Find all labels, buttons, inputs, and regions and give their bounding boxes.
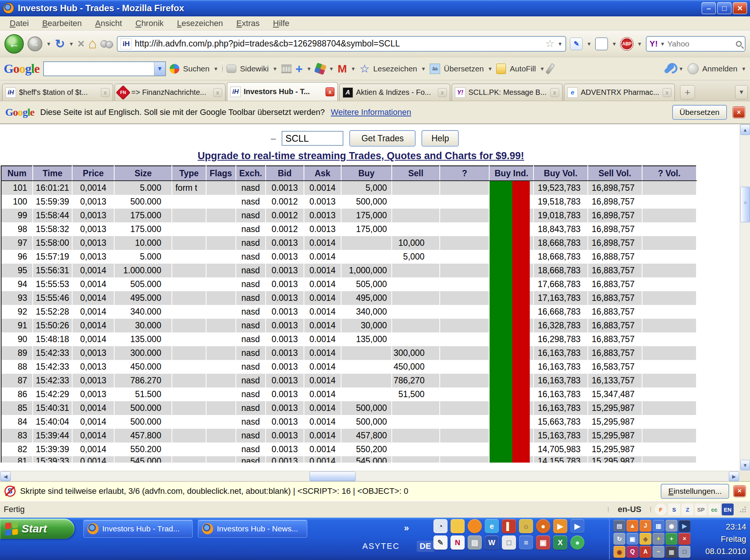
scroll-left-icon[interactable]: ◀: [0, 472, 11, 481]
get-trades-button[interactable]: Get Trades: [349, 130, 416, 147]
help-button[interactable]: Help: [422, 130, 459, 147]
toolbar-chevron-icon[interactable]: »: [404, 523, 409, 533]
tab[interactable]: eADVENTRX Pharmac...x: [564, 84, 675, 101]
pattern-icon[interactable]: ▦: [666, 546, 677, 558]
url-bar[interactable]: iH http://ih.advfn.com/p.php?pid=trades&…: [117, 36, 566, 52]
noscript-close-icon[interactable]: ×: [734, 486, 746, 497]
add-button-icon[interactable]: +: [295, 62, 303, 75]
suchen-button[interactable]: Suchen: [183, 64, 209, 73]
abp-dropdown-icon[interactable]: ▼: [637, 41, 642, 47]
notes-icon[interactable]: ✎: [433, 535, 448, 550]
scroll-right-icon[interactable]: ▶: [729, 472, 739, 481]
sidewiki-button[interactable]: Sidewiki: [240, 64, 269, 73]
upgrade-link[interactable]: Upgrade to real-time streaming Trades, Q…: [0, 150, 722, 162]
suchen-dropdown-icon[interactable]: ▼: [213, 66, 218, 72]
folder-icon[interactable]: [451, 519, 465, 533]
lesezeichen-button[interactable]: Lesezeichen: [373, 64, 417, 73]
locale-indicator[interactable]: en-US: [612, 505, 647, 514]
tv-icon[interactable]: □: [679, 546, 690, 558]
url-text[interactable]: http://ih.advfn.com/p.php?pid=trades&cb=…: [135, 39, 542, 49]
reload-button[interactable]: ↻: [55, 37, 65, 51]
menu-bearbeiten[interactable]: Bearbeiten: [36, 17, 87, 30]
quicktime-icon[interactable]: Q: [626, 546, 638, 558]
close-button[interactable]: ×: [733, 2, 747, 14]
tools-wrench-icon[interactable]: [663, 63, 675, 74]
yahoo-engine-icon[interactable]: Y!: [650, 39, 658, 49]
taskbar-task-investorshub-trades[interactable]: Investors Hub - Trad...: [83, 520, 193, 538]
taskbar-clock[interactable]: 23:14 Freitag 08.01.2010: [694, 521, 749, 557]
autofill-icon[interactable]: [496, 64, 506, 74]
color-icon[interactable]: ◆: [640, 533, 651, 545]
language-bar-indicator[interactable]: DE: [417, 541, 434, 552]
language-flag-icon[interactable]: EN: [722, 503, 734, 515]
pen-icon[interactable]: [546, 63, 555, 74]
shield-icon[interactable]: +: [666, 533, 677, 545]
media-player-orange-icon[interactable]: ▶: [553, 519, 567, 533]
share-dropdown-icon[interactable]: ▼: [329, 66, 334, 72]
gear-icon[interactable]: ☼: [519, 519, 533, 533]
url-dropdown-icon[interactable]: ▼: [558, 41, 563, 47]
new-tab-button[interactable]: +: [680, 85, 695, 99]
tab[interactable]: AAktien & Indizes - Fo...x: [339, 84, 450, 101]
tab-close-icon[interactable]: x: [550, 88, 559, 97]
translate-icon[interactable]: âa: [430, 64, 440, 74]
firefox-icon[interactable]: [468, 519, 482, 533]
menu-lesezeichen[interactable]: Lesezeichen: [171, 17, 229, 30]
home-button[interactable]: ⌂: [88, 36, 97, 52]
layers-icon[interactable]: ≡: [519, 535, 533, 550]
page-edit-icon[interactable]: ✎: [570, 38, 583, 50]
word-icon[interactable]: W: [485, 535, 499, 550]
menu-hilfe[interactable]: Hilfe: [267, 17, 295, 30]
back-button[interactable]: ←: [4, 34, 24, 54]
engine-dropdown-icon[interactable]: ▼: [660, 41, 665, 47]
media-player-blue-icon[interactable]: ▶: [570, 519, 584, 533]
search-magnifier-icon[interactable]: [736, 41, 742, 47]
google-search-box[interactable]: ▼: [43, 61, 166, 76]
list-all-tabs-icon[interactable]: ▼: [735, 85, 748, 99]
bookmarks-star-icon[interactable]: ☆: [359, 62, 369, 75]
flame-doc-icon[interactable]: ▲: [626, 520, 638, 532]
bookmark-star-icon[interactable]: ☆: [545, 38, 554, 50]
menu-extras[interactable]: Extras: [230, 17, 265, 30]
horizontal-scrollbar[interactable]: ◀ ▶: [0, 471, 740, 481]
tab[interactable]: FN=> FinanzNachrichte...x: [115, 84, 225, 101]
search-input[interactable]: [667, 39, 734, 48]
photo-icon[interactable]: ▨: [468, 535, 482, 550]
uebersetzen-button[interactable]: Übersetzen: [444, 64, 484, 73]
adblock-plus-icon[interactable]: ABP: [621, 38, 633, 50]
add-dropdown-icon[interactable]: ▼: [307, 66, 312, 72]
winamp-icon[interactable]: ▌: [502, 519, 516, 533]
resize-grip-icon[interactable]: [740, 506, 746, 513]
ie-icon[interactable]: e: [485, 519, 499, 533]
start-button[interactable]: Start: [0, 519, 74, 539]
uebersetzen-bar-button[interactable]: Übersetzen: [672, 105, 727, 120]
display-icon[interactable]: ▣: [626, 533, 638, 545]
network-icon[interactable]: ▥: [653, 520, 664, 532]
scroll-down-icon[interactable]: ▼: [740, 460, 750, 470]
antivirus-icon[interactable]: ×: [679, 533, 690, 545]
tab-close-icon[interactable]: x: [326, 87, 334, 96]
grid-extension-icon[interactable]: ▦: [595, 38, 608, 50]
gmail-dropdown-icon[interactable]: ▼: [351, 66, 356, 72]
history-dropdown-icon[interactable]: ▼: [46, 41, 51, 47]
printer-icon[interactable]: ▤: [613, 520, 625, 532]
player-icon[interactable]: ▶: [679, 520, 690, 532]
ati-icon[interactable]: A: [640, 546, 651, 558]
taskbar-task-investorshub-news[interactable]: Investors Hub - News...: [198, 520, 307, 538]
grid-dropdown-icon[interactable]: ▼: [612, 41, 617, 47]
scroll-up-icon[interactable]: ▲: [740, 125, 750, 135]
tab-close-icon[interactable]: x: [663, 88, 672, 97]
einstellungen-button[interactable]: Einstellungen...: [661, 484, 729, 499]
google-search-dropdown-icon[interactable]: ▼: [154, 62, 165, 75]
eyeglasses-icon[interactable]: [100, 40, 113, 48]
forward-button[interactable]: →: [28, 36, 42, 51]
clock-icon[interactable]: ◔: [433, 519, 448, 533]
sidewiki-dropdown-icon[interactable]: ▼: [272, 66, 278, 72]
noscript-status-icon[interactable]: S: [668, 503, 680, 515]
menu-chronik[interactable]: Chronik: [129, 17, 170, 30]
vertical-scrollbar[interactable]: ▲ ▼: [740, 124, 750, 471]
chat-status-icon[interactable]: cc: [708, 503, 720, 515]
maximize-button[interactable]: □: [717, 2, 731, 14]
firefox-status-icon[interactable]: F: [655, 503, 667, 515]
search-bar[interactable]: Y! ▼: [646, 36, 746, 52]
